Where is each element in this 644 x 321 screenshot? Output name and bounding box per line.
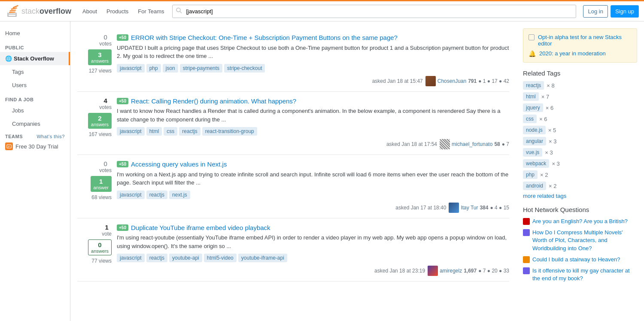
question-stats: 0 votes 1 answer 68 views <box>77 160 112 213</box>
whats-this-link[interactable]: What's this? <box>36 134 65 139</box>
question-tag[interactable]: javascript <box>117 254 145 262</box>
question-tag[interactable]: reactjs <box>146 191 167 199</box>
question-tag[interactable]: youtube-api <box>169 254 202 262</box>
sidebar-item-tags[interactable]: Tags <box>0 65 70 79</box>
tags-row: javascripthtmlcssreactjsreact-transition… <box>117 127 509 136</box>
hot-network-item: Is it offensive to kill my gay character… <box>523 267 637 282</box>
answers-box: 1 answer <box>91 176 112 192</box>
sidebar-item-jobs[interactable]: Jobs <box>0 104 70 117</box>
questions-list: 0 votes 3 answers 127 views +50 ERROR wi… <box>77 28 509 282</box>
question-title-link[interactable]: Accessing query values in Next.js <box>131 160 227 169</box>
question-tag[interactable]: css <box>164 127 177 136</box>
tag-count: × 3 <box>552 160 559 167</box>
user-avatar <box>440 139 450 149</box>
related-tag[interactable]: vue.js <box>523 148 542 157</box>
user-badges: ● 4 ● 15 <box>490 205 509 211</box>
search-input[interactable] <box>172 5 577 18</box>
logo-text: stackoverflow <box>21 7 71 16</box>
score-badge: +50 <box>117 224 128 231</box>
related-tag[interactable]: html <box>523 92 539 101</box>
question-tag[interactable]: javascript <box>117 127 145 136</box>
user-badges: ● 7 <box>502 141 509 147</box>
question-tag[interactable]: stripe-checkout <box>224 64 265 73</box>
sidebar-item-companies[interactable]: Companies <box>0 117 70 130</box>
question-tag[interactable]: stripe-payments <box>180 64 222 73</box>
tags-row: javascriptreactjsyoutube-apihtml5-videoy… <box>117 254 509 262</box>
notice-opt-in-link[interactable]: Opt-in alpha test for a new Stacks edito… <box>538 34 632 47</box>
more-tags-link[interactable]: more related tags <box>523 193 637 199</box>
asked-time: asked Jan 17 at 18:40 <box>395 205 446 211</box>
related-tag[interactable]: webpack <box>523 159 549 168</box>
hot-network-item: How Do I Compress Multiple Novels' Worth… <box>523 229 637 252</box>
checkbox-icon[interactable] <box>529 34 535 40</box>
question-title-link[interactable]: ERROR with Stripe Checkout: One-Time + S… <box>131 33 398 42</box>
sidebar-item-users[interactable]: Users <box>0 79 70 92</box>
question-title-row: +50 React: Calling Render() during anima… <box>117 97 509 106</box>
asked-time: asked Jan 18 at 23:19 <box>374 268 425 274</box>
tags-row: javascriptreactjsnext.js <box>117 191 509 199</box>
login-button[interactable]: Log in <box>583 5 608 18</box>
sidebar-item-stackoverflow[interactable]: 🌐 Stack Overflow <box>0 52 70 65</box>
question-tag[interactable]: javascript <box>117 64 145 73</box>
hot-network-link[interactable]: Is it offensive to kill my gay character… <box>532 267 637 282</box>
related-tag[interactable]: php <box>523 170 538 179</box>
notice-moderation-link[interactable]: 2020: a year in moderation <box>539 50 606 57</box>
hot-network-link[interactable]: Are you an English? Are you a British? <box>532 218 628 225</box>
votes-block: 0 votes <box>99 33 112 47</box>
user-avatar <box>428 266 438 276</box>
nav-for-teams[interactable]: For Teams <box>134 6 168 17</box>
question-tag[interactable]: json <box>163 64 178 73</box>
user-name[interactable]: Itay Tur <box>461 205 478 211</box>
votes-label: votes <box>99 167 112 173</box>
moderation-icon: 🔔 <box>529 50 536 57</box>
related-tag[interactable]: node.js <box>523 126 546 134</box>
question-meta: asked Jan 17 at 18:40 Itay Tur 384 ● 4 ●… <box>117 203 509 213</box>
question-tag[interactable]: javascript <box>117 191 145 199</box>
question-body: +50 ERROR with Stripe Checkout: One-Time… <box>117 33 509 86</box>
site-icon <box>523 218 530 225</box>
logo[interactable]: stackoverflow <box>5 3 71 19</box>
user-name[interactable]: ChosenJuan <box>437 78 466 84</box>
related-tag[interactable]: jquery <box>523 103 543 112</box>
question-tag[interactable]: youtube-iframe-api <box>238 254 287 262</box>
question-stats: 0 votes 3 answers 127 views <box>77 33 112 86</box>
related-tag[interactable]: angular <box>523 137 546 145</box>
user-name[interactable]: michael_fortunato <box>452 141 492 147</box>
related-tag[interactable]: css <box>523 115 537 123</box>
question-tag[interactable]: react-transition-group <box>202 127 257 136</box>
nav-about[interactable]: About <box>78 6 101 17</box>
related-tag[interactable]: reactjs <box>523 81 544 90</box>
hot-network-link[interactable]: Could I build a stairway to Heaven? <box>532 256 620 263</box>
main-content: 0 votes 3 answers 127 views +50 ERROR wi… <box>70 21 516 321</box>
answer-count: 2 <box>91 115 109 122</box>
right-sidebar: Opt-in alpha test for a new Stacks edito… <box>516 21 644 321</box>
notice-box: Opt-in alpha test for a new Stacks edito… <box>523 28 637 63</box>
signup-button[interactable]: Sign up <box>611 5 639 18</box>
answers-label: answers <box>91 58 109 64</box>
user-name[interactable]: amiregelz <box>440 268 462 274</box>
tag-count: × 6 <box>546 105 553 111</box>
question-tag[interactable]: html5-video <box>204 254 237 262</box>
hot-network-link[interactable]: How Do I Compress Multiple Novels' Worth… <box>532 229 637 252</box>
question-body: +50 React: Calling Render() during anima… <box>117 97 509 150</box>
votes-block: 4 votes <box>99 97 112 110</box>
question-tag[interactable]: next.js <box>169 191 190 199</box>
related-tag-row: vue.js× 3 <box>523 148 637 157</box>
answers-box: 2 answers <box>88 113 112 129</box>
score-badge: +50 <box>117 34 128 41</box>
site-icon <box>523 256 530 263</box>
question-tag[interactable]: html <box>146 127 162 136</box>
question-tag[interactable]: reactjs <box>179 127 200 136</box>
question-tag[interactable]: reactjs <box>146 254 167 262</box>
sidebar-item-free-trial[interactable]: Free 30 Day Trial <box>5 139 65 152</box>
votes-label: vote <box>102 231 112 237</box>
question-tag[interactable]: php <box>146 64 161 73</box>
question-title-link[interactable]: React: Calling Render() during animation… <box>131 97 296 106</box>
nav-products[interactable]: Products <box>102 6 133 17</box>
question-title-link[interactable]: Duplicate YouTube iframe embed video pla… <box>131 224 270 232</box>
question-meta: asked Jan 18 at 15:47 ChosenJuan 791 ● 1… <box>117 76 509 86</box>
sidebar-item-home[interactable]: Home <box>0 27 70 40</box>
tag-count: × 7 <box>541 94 549 100</box>
related-tag[interactable]: android <box>523 182 546 190</box>
views-block: 127 views <box>89 68 112 74</box>
